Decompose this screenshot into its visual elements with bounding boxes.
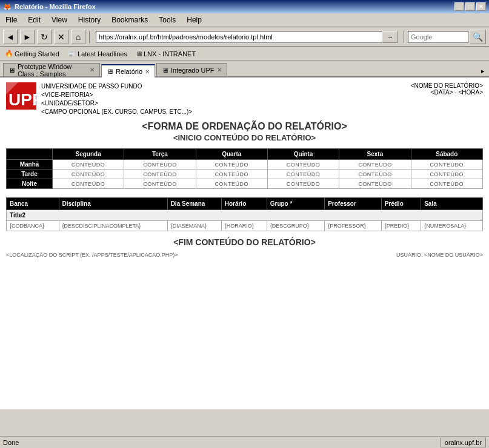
cell-professor: {PROFESSOR} <box>325 221 382 231</box>
address-bar[interactable]: → <box>96 31 398 43</box>
schedule-table: Segunda Terça Quarta Quinta Sexta Sábado… <box>6 148 483 189</box>
upf-logo-svg: UPF <box>6 82 36 110</box>
firefox-icon: 🦊 <box>3 3 12 11</box>
tab-close-button[interactable]: ✕ <box>217 67 222 73</box>
bookmark-latest-headlines[interactable]: 📰 Latest Headlines <box>66 49 129 58</box>
close-button[interactable]: ✕ <box>476 2 486 11</box>
cell-disciplina: {DESCDISCIPLINACOMPLETA} <box>59 221 167 231</box>
back-button[interactable]: ◄ <box>3 30 18 44</box>
bookmark-icon: 🖥 <box>136 50 142 58</box>
cell-diasemana: {DIASEMANA} <box>167 221 221 231</box>
col-horario: Horário <box>221 198 267 210</box>
status-bar: Done oralnx.upf.br <box>0 436 489 448</box>
menu-view[interactable]: View <box>49 15 70 25</box>
tab-label: Integrado UPF <box>171 67 215 74</box>
report-footer: <LOCALIZAÇÃO DO SCRIPT (EX. /APPS/TESTE/… <box>6 252 483 258</box>
page-content: UPF UNIVERSIDADE DE PASSO FUNDO <VICE-RE… <box>0 77 489 409</box>
go-button[interactable]: → <box>382 31 398 43</box>
cell: CONTEÚDO <box>339 179 411 189</box>
search-input[interactable] <box>408 31 468 43</box>
status-text: Done <box>3 439 19 446</box>
cell-horario: {HORARIO} <box>221 221 267 231</box>
report-header: UPF UNIVERSIDADE DE PASSO FUNDO <VICE-RE… <box>6 82 483 116</box>
cell: CONTEÚDO <box>52 170 124 179</box>
tab-close-button[interactable]: ✕ <box>145 68 150 75</box>
tab-label: Relatório <box>116 68 142 75</box>
cell: CONTEÚDO <box>411 179 482 189</box>
tabs-arrow[interactable]: ▸ <box>480 66 486 76</box>
bookmark-getting-started[interactable]: 🔥 Getting Started <box>3 49 61 58</box>
data-table: Banca Disciplina Dia Semana Horário Grup… <box>6 197 483 231</box>
cell: CONTEÚDO <box>267 170 339 179</box>
menu-file[interactable]: File <box>3 15 19 25</box>
tab-close-button[interactable]: ✕ <box>90 67 95 73</box>
schedule-header-sexta: Sexta <box>339 149 411 160</box>
period-tarde: Tarde <box>7 170 53 179</box>
home-button[interactable]: ⌂ <box>71 30 85 44</box>
col-professor: Professor <box>325 198 382 210</box>
svg-text:UPF: UPF <box>8 90 36 109</box>
data-hora: <DATA> - <HORA> <box>411 89 483 96</box>
report-header-left: UPF UNIVERSIDADE DE PASSO FUNDO <VICE-RE… <box>6 82 192 116</box>
col-predio: Prédio <box>381 198 421 210</box>
tab-prototype[interactable]: 🖥 Prototype Window Class : Samples ✕ <box>3 63 100 76</box>
col-dia-semana: Dia Semana <box>167 198 221 210</box>
period-noite: Noite <box>7 179 53 189</box>
forward-button[interactable]: ► <box>20 30 35 44</box>
col-disciplina: Disciplina <box>59 198 167 210</box>
tab-icon: 🖥 <box>162 67 168 74</box>
search-bar[interactable]: 🔍 <box>408 30 486 44</box>
minimize-button[interactable]: _ <box>454 2 464 11</box>
schedule-header-sabado: Sábado <box>411 149 482 160</box>
menu-help[interactable]: Help <box>184 15 204 25</box>
status-domain: oralnx.upf.br <box>441 438 486 447</box>
maximize-button[interactable]: □ <box>465 2 475 11</box>
cell: CONTEÚDO <box>196 160 267 170</box>
script-location: <LOCALIZAÇÃO DO SCRIPT (EX. /APPS/TESTE/… <box>6 252 178 258</box>
table-row: Tarde CONTEÚDO CONTEÚDO CONTEÚDO CONTEÚD… <box>7 170 483 179</box>
bookmark-icon: 📰 <box>68 50 76 58</box>
table-row: Noite CONTEÚDO CONTEÚDO CONTEÚDO CONTEÚD… <box>7 179 483 189</box>
tab-relatorio[interactable]: 🖥 Relatório ✕ <box>101 64 155 77</box>
schedule-header-empty <box>7 149 53 160</box>
cell: CONTEÚDO <box>196 170 267 179</box>
menu-bookmarks[interactable]: Bookmarks <box>109 15 150 25</box>
report-ordering-title: <FORMA DE ORDENAÇÃO DO RELATÓRIO> <box>6 121 483 132</box>
menu-edit[interactable]: Edit <box>25 15 43 25</box>
cell: CONTEÚDO <box>124 160 196 170</box>
bookmark-lnx-intranet[interactable]: 🖥 LNX - INTRANET <box>134 50 198 58</box>
toolbar-separator <box>89 31 90 43</box>
title-bar: 🦊 Relatório - Mozilla Firefox _ □ ✕ <box>0 0 489 13</box>
cell: CONTEÚDO <box>267 179 339 189</box>
col-grupo: Grupo * <box>267 198 324 210</box>
schedule-header-quinta: Quinta <box>267 149 339 160</box>
report-header-right: <NOME DO RELATÓRIO> <DATA> - <HORA> <box>411 82 483 96</box>
reload-button[interactable]: ↻ <box>37 30 52 44</box>
schedule-header-quarta: Quarta <box>196 149 267 160</box>
cell: CONTEÚDO <box>339 160 411 170</box>
cell: CONTEÚDO <box>196 179 267 189</box>
vice-reitoria: <VICE-REITORIA> <box>41 91 192 99</box>
cell: CONTEÚDO <box>267 160 339 170</box>
university-name: UNIVERSIDADE DE PASSO FUNDO <box>41 82 192 91</box>
bookmark-label: LNX - INTRANET <box>144 50 196 58</box>
menu-bar: File Edit View History Bookmarks Tools H… <box>0 13 489 27</box>
stop-button[interactable]: ✕ <box>54 30 68 44</box>
tab-integrado[interactable]: 🖥 Integrado UPF ✕ <box>156 63 227 76</box>
window-controls[interactable]: _ □ ✕ <box>454 2 486 11</box>
cell-numerosala: {NUMEROSALA} <box>421 221 483 231</box>
address-input[interactable] <box>96 31 382 43</box>
cell: CONTEÚDO <box>52 160 124 170</box>
bookmark-icon: 🔥 <box>5 50 13 58</box>
tab-icon: 🖥 <box>107 68 113 75</box>
cell: CONTEÚDO <box>52 179 124 189</box>
cell-predio: {PREDIO} <box>381 221 421 231</box>
cell: CONTEÚDO <box>411 160 482 170</box>
cell: CONTEÚDO <box>124 170 196 179</box>
menu-history[interactable]: History <box>76 15 103 25</box>
menu-tools[interactable]: Tools <box>156 15 178 25</box>
search-button[interactable]: 🔍 <box>470 30 486 44</box>
cell: CONTEÚDO <box>411 170 482 179</box>
cell: CONTEÚDO <box>124 179 196 189</box>
title2-cell: Title2 <box>7 210 483 221</box>
